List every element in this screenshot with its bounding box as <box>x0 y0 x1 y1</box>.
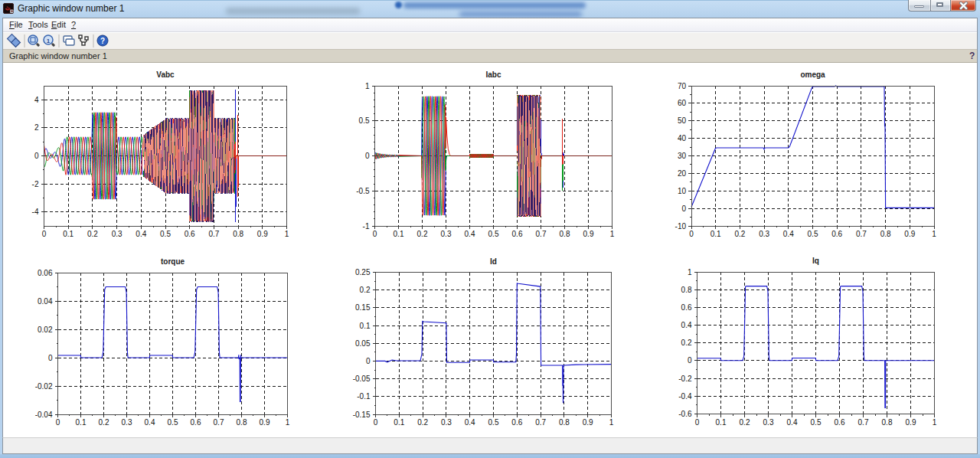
svg-text:0.04: 0.04 <box>38 297 53 306</box>
svg-text:0: 0 <box>34 152 39 160</box>
svg-text:0.5: 0.5 <box>359 116 370 125</box>
svg-text:0.6: 0.6 <box>681 303 692 312</box>
svg-text:1: 1 <box>609 418 614 427</box>
svg-text:-1: -1 <box>363 222 370 231</box>
svg-text:0.02: 0.02 <box>38 326 53 334</box>
svg-text:0.3: 0.3 <box>441 418 452 427</box>
svg-text:0: 0 <box>42 230 47 238</box>
svg-text:0.5: 0.5 <box>488 418 499 427</box>
svg-text:0.3: 0.3 <box>759 230 769 238</box>
svg-text:0.8: 0.8 <box>882 418 893 427</box>
svg-text:0.06: 0.06 <box>38 269 53 277</box>
svg-text:0.8: 0.8 <box>233 230 243 238</box>
svg-text:0: 0 <box>48 354 53 362</box>
svg-text:0: 0 <box>365 152 370 160</box>
svg-text:0.8: 0.8 <box>559 418 570 427</box>
svg-text:1: 1 <box>47 38 51 44</box>
svg-text:-2: -2 <box>32 180 39 188</box>
svg-text:0.1: 0.1 <box>394 418 404 427</box>
svg-text:0.5: 0.5 <box>811 418 822 427</box>
svg-text:0.2: 0.2 <box>360 286 371 294</box>
svg-text:0.05: 0.05 <box>355 339 371 348</box>
svg-text:0.6: 0.6 <box>185 230 195 238</box>
svg-text:20: 20 <box>678 169 687 178</box>
svg-text:0.6: 0.6 <box>511 418 522 427</box>
svg-text:Iq: Iq <box>812 257 819 265</box>
svg-text:1: 1 <box>688 268 692 276</box>
svg-text:0.3: 0.3 <box>122 418 132 427</box>
svg-text:-0.02: -0.02 <box>35 382 53 391</box>
svg-text:0.3: 0.3 <box>763 418 774 427</box>
svg-text:0.6: 0.6 <box>191 418 201 427</box>
svg-text:0.1: 0.1 <box>710 230 721 238</box>
svg-text:10: 10 <box>678 187 687 195</box>
svg-text:0.4: 0.4 <box>136 230 146 238</box>
svg-text:0.3: 0.3 <box>112 230 122 238</box>
svg-text:0.3: 0.3 <box>441 230 452 238</box>
svg-text:0.9: 0.9 <box>904 230 915 238</box>
svg-text:0: 0 <box>366 357 371 365</box>
svg-text:0: 0 <box>374 418 378 427</box>
svg-text:0.6: 0.6 <box>512 230 523 238</box>
svg-text:torque: torque <box>161 257 185 266</box>
svg-text:0.5: 0.5 <box>808 230 818 238</box>
svg-text:0.5: 0.5 <box>168 418 178 427</box>
svg-text:-0.2: -0.2 <box>678 375 692 383</box>
svg-text:0: 0 <box>688 356 692 365</box>
svg-text:0: 0 <box>689 230 694 238</box>
svg-text:0.1: 0.1 <box>360 322 371 330</box>
svg-text:0.7: 0.7 <box>536 230 547 238</box>
svg-text:2: 2 <box>34 123 39 132</box>
svg-text:0.2: 0.2 <box>417 418 428 427</box>
svg-text:-10: -10 <box>675 222 687 231</box>
svg-text:0.9: 0.9 <box>260 418 270 427</box>
svg-text:0.7: 0.7 <box>208 230 219 238</box>
svg-text:1: 1 <box>365 82 370 90</box>
svg-text:-0.5: -0.5 <box>356 187 370 195</box>
svg-text:40: 40 <box>678 134 687 142</box>
svg-text:0.1: 0.1 <box>716 418 727 427</box>
svg-text:1: 1 <box>933 418 937 427</box>
svg-text:70: 70 <box>678 82 687 90</box>
svg-text:0.9: 0.9 <box>257 230 268 238</box>
svg-text:1: 1 <box>932 230 936 238</box>
svg-text:0.8: 0.8 <box>880 230 891 238</box>
svg-text:0.4: 0.4 <box>465 418 475 427</box>
svg-text:0.1: 0.1 <box>63 230 74 238</box>
svg-text:Vabc: Vabc <box>156 70 175 79</box>
svg-text:0.8: 0.8 <box>681 286 692 294</box>
svg-text:0.4: 0.4 <box>787 418 798 427</box>
svg-text:0.6: 0.6 <box>835 418 845 427</box>
svg-text:0.1: 0.1 <box>394 230 404 238</box>
svg-text:0.6: 0.6 <box>831 230 842 238</box>
svg-text:4: 4 <box>34 96 39 104</box>
svg-text:-0.4: -0.4 <box>678 392 692 401</box>
svg-text:0.2: 0.2 <box>417 230 428 238</box>
svg-text:0.8: 0.8 <box>560 230 570 238</box>
svg-text:0.7: 0.7 <box>856 230 867 238</box>
svg-text:?: ? <box>100 37 105 45</box>
svg-text:50: 50 <box>678 116 687 125</box>
svg-text:-0.05: -0.05 <box>353 375 371 383</box>
svg-text:-4: -4 <box>32 208 39 216</box>
svg-text:Id: Id <box>490 257 497 266</box>
svg-text:0.2: 0.2 <box>99 418 109 427</box>
svg-text:60: 60 <box>678 99 687 107</box>
svg-text:-0.6: -0.6 <box>678 410 692 418</box>
svg-text:30: 30 <box>678 152 687 160</box>
svg-text:-0.15: -0.15 <box>353 411 371 419</box>
svg-text:0.9: 0.9 <box>583 418 593 427</box>
svg-text:0.2: 0.2 <box>87 230 98 238</box>
svg-text:0.2: 0.2 <box>740 418 750 427</box>
svg-text:-0.1: -0.1 <box>357 392 371 401</box>
svg-text:0.4: 0.4 <box>145 418 155 427</box>
svg-text:0: 0 <box>695 418 700 427</box>
svg-text:0.7: 0.7 <box>858 418 869 427</box>
svg-text:0.9: 0.9 <box>906 418 916 427</box>
svg-text:-0.04: -0.04 <box>35 411 53 419</box>
svg-text:0.25: 0.25 <box>355 268 371 276</box>
svg-text:0.1: 0.1 <box>76 418 87 427</box>
svg-text:0.8: 0.8 <box>237 418 247 427</box>
svg-text:0.4: 0.4 <box>783 230 794 238</box>
svg-text:0.7: 0.7 <box>214 418 224 427</box>
